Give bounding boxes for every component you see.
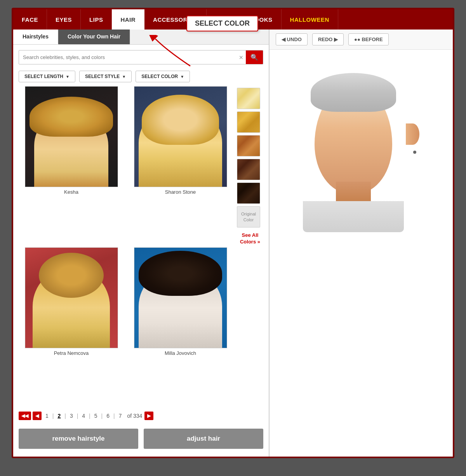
search-box: ✕ 🔍 <box>19 50 263 64</box>
color-swatches: Original Color See All Colors » <box>237 86 263 405</box>
pagination-page-2[interactable]: 2 <box>55 412 63 420</box>
grid-color-area: Kesha Sharon Stone Petra Nem <box>13 86 269 405</box>
tab-bar: Hairstyles Color Your Own Hair <box>13 30 269 45</box>
pagination: ◀◀ ◀ 1 | 2 | 3 | 4 | 5 | 6 | 7 of 334 <box>13 405 269 425</box>
kesha-image <box>25 87 118 187</box>
nav-halloween[interactable]: HALLOWEEN <box>282 9 338 30</box>
filter-style-button[interactable]: SELECT STYLE <box>79 71 132 82</box>
pagination-first-button[interactable]: ◀◀ <box>19 412 31 420</box>
earring <box>413 151 416 154</box>
pagination-next-button[interactable]: ▶ <box>144 412 153 420</box>
pagination-page-1[interactable]: 1 <box>43 412 51 420</box>
swatch-light-blonde[interactable] <box>237 88 260 109</box>
content-area: Hairstyles Color Your Own Hair ✕ 🔍 SELEC… <box>13 30 453 457</box>
nav-hair[interactable]: HAIR <box>112 9 144 30</box>
pagination-page-4[interactable]: 4 <box>80 412 87 420</box>
search-input[interactable] <box>19 51 236 63</box>
tab-hairstyles[interactable]: Hairstyles <box>13 30 58 44</box>
swatch-original[interactable]: Original Color <box>237 206 260 228</box>
celeb-name-petra: Petra Nemcova <box>54 350 89 356</box>
filter-color-button[interactable]: SELECT COLOR <box>136 71 190 82</box>
action-buttons: remove hairstyle adjust hair <box>13 425 269 457</box>
preview-area: SELECT COLOR <box>270 50 453 457</box>
before-button[interactable]: ●● BEFORE <box>348 33 389 45</box>
search-clear-icon[interactable]: ✕ <box>236 52 246 63</box>
celeb-photo-sharon[interactable] <box>134 86 227 187</box>
celeb-photo-milla[interactable] <box>134 247 227 348</box>
swatch-dark-brown[interactable] <box>237 182 260 204</box>
pagination-total: of 334 <box>127 413 142 419</box>
ear-shape <box>406 123 419 145</box>
pagination-page-5[interactable]: 5 <box>92 412 100 420</box>
celeb-name-kesha: Kesha <box>64 189 78 195</box>
petra-image <box>25 248 118 348</box>
sharon-image <box>134 87 227 187</box>
shoulder-shape <box>303 201 404 232</box>
celeb-photo-kesha[interactable] <box>25 86 118 187</box>
pagination-page-3[interactable]: 3 <box>68 412 75 420</box>
celebrity-grid: Kesha Sharon Stone Petra Nem <box>19 86 233 405</box>
celeb-name-milla: Milla Jovovich <box>165 350 196 356</box>
swatch-medium-brown[interactable] <box>237 159 260 180</box>
celeb-photo-petra[interactable] <box>25 247 118 348</box>
swatch-golden-blonde[interactable] <box>237 111 260 133</box>
pagination-page-7[interactable]: 7 <box>116 412 124 420</box>
celeb-item-petra[interactable]: Petra Nemcova <box>19 247 124 405</box>
milla-image <box>134 248 227 348</box>
undo-button[interactable]: ◀ UNDO <box>276 33 308 45</box>
tab-color-own-hair[interactable]: Color Your Own Hair <box>58 30 130 44</box>
celeb-item-kesha[interactable]: Kesha <box>19 86 124 243</box>
adjust-hair-button[interactable]: adjust hair <box>144 429 263 449</box>
pagination-prev-button[interactable]: ◀ <box>33 412 42 420</box>
left-panel: Hairstyles Color Your Own Hair ✕ 🔍 SELEC… <box>13 30 270 457</box>
search-area: ✕ 🔍 <box>13 45 269 68</box>
nav-face[interactable]: FACE <box>13 9 47 30</box>
see-all-colors-link[interactable]: See All Colors » <box>237 232 263 245</box>
filter-length-button[interactable]: SELECT LENGTH <box>19 71 75 82</box>
pagination-page-6[interactable]: 6 <box>104 412 112 420</box>
redo-button[interactable]: REDO ▶ <box>312 33 344 45</box>
app-container: FACE EYES LIPS HAIR ACCESSORIES COMPLETE… <box>12 8 454 458</box>
swatch-auburn[interactable] <box>237 135 260 156</box>
remove-hairstyle-button[interactable]: remove hairstyle <box>19 429 138 449</box>
celeb-item-sharon-stone[interactable]: Sharon Stone <box>128 86 233 243</box>
nav-eyes[interactable]: EYES <box>47 9 81 30</box>
hair-shape <box>311 73 396 112</box>
person-preview-container <box>295 61 427 263</box>
nav-lips[interactable]: LIPS <box>81 9 112 30</box>
celeb-item-milla[interactable]: Milla Jovovich <box>128 247 233 405</box>
right-panel: ◀ UNDO REDO ▶ ●● BEFORE <box>270 30 453 457</box>
filter-bar: SELECT LENGTH SELECT STYLE SELECT COLOR <box>13 68 269 86</box>
search-button[interactable]: 🔍 <box>246 50 263 64</box>
toolbar: ◀ UNDO REDO ▶ ●● BEFORE <box>270 30 453 50</box>
celeb-name-sharon: Sharon Stone <box>165 189 196 195</box>
